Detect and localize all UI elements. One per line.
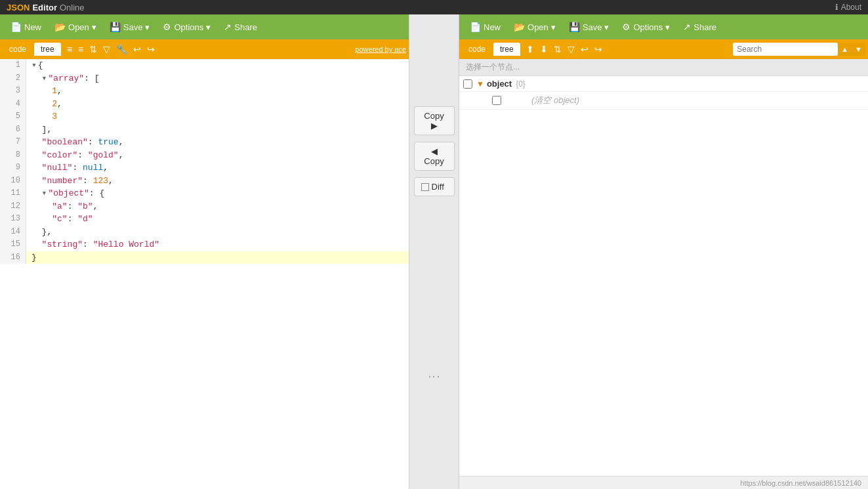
left-tab-code[interactable]: code — [3, 43, 33, 56]
info-icon: ℹ — [835, 3, 838, 12]
left-new-button[interactable]: 📄 New — [5, 19, 47, 35]
left-code-editor[interactable]: 1 ▾{ 2 ▾"array": [ 3 1, 4 2, — [0, 59, 409, 489]
undo-icon[interactable]: ↩ — [131, 43, 143, 56]
left-options-label: Options — [174, 22, 203, 32]
about-label: About — [841, 3, 861, 12]
right-sort-icon[interactable]: ⇅ — [552, 43, 564, 56]
code-line-12: 12 "a": "b", — [0, 200, 409, 213]
right-options-label: Options — [633, 22, 663, 32]
save-icon: 💾 — [110, 22, 121, 32]
right-tab-bar: code tree ⬆ ⬇ ⇅ ▽ ↩ ↪ ▲ ▼ — [459, 39, 868, 59]
redo-icon[interactable]: ↪ — [145, 43, 157, 56]
left-share-button[interactable]: ↗ Share — [218, 19, 262, 35]
left-open-label: Open — [68, 22, 89, 32]
tree-checkbox-root[interactable] — [463, 79, 472, 89]
tree-hint: 选择一个节点... — [459, 59, 868, 76]
search-next-button[interactable]: ▼ — [852, 43, 865, 56]
left-open-button[interactable]: 📂 Open ▾ — [49, 19, 102, 35]
right-tab-icons: ⬆ ⬇ ⇅ ▽ ↩ ↪ — [524, 43, 604, 56]
right-collapse-icon[interactable]: ⬇ — [538, 43, 550, 56]
code-line-4: 4 2, — [0, 98, 409, 111]
right-panel: 📄 New 📂 Open ▾ 💾 Save ▾ ⚙ Options ▾ ↗ Sh… — [459, 14, 868, 489]
save-arrow-icon: ▾ — [145, 22, 150, 32]
tree-expand-arrow[interactable]: ▼ — [476, 79, 484, 89]
folder-icon: 📂 — [54, 22, 66, 32]
right-open-button[interactable]: 📂 Open ▾ — [508, 19, 561, 35]
right-save-label: Save — [583, 22, 602, 32]
right-open-arrow-icon: ▾ — [551, 22, 556, 32]
code-line-13: 13 "c": "d" — [0, 213, 409, 226]
status-bar: https://blog.csdn.net/wsaid861512140 — [459, 476, 868, 489]
copy-left-button[interactable]: ◀ Copy — [414, 142, 455, 171]
right-toolbar: 📄 New 📂 Open ▾ 💾 Save ▾ ⚙ Options ▾ ↗ Sh… — [459, 14, 868, 39]
right-undo-icon[interactable]: ↩ — [579, 43, 590, 56]
tree-row-root[interactable]: ▼ object {0} — [459, 76, 868, 92]
left-save-button[interactable]: 💾 Save ▾ — [104, 19, 155, 35]
filter-icon[interactable]: ▽ — [101, 43, 112, 56]
right-redo-icon[interactable]: ↪ — [592, 43, 604, 56]
right-new-button[interactable]: 📄 New — [465, 19, 506, 35]
status-url: https://blog.csdn.net/wsaid861512140 — [740, 479, 861, 487]
options-arrow-icon: ▾ — [206, 22, 211, 32]
compact-icon[interactable]: ≡ — [76, 43, 85, 56]
code-line-6: 6 ], — [0, 123, 409, 137]
center-controls: Copy ▶ ◀ Copy Diff ⋮ — [409, 14, 459, 489]
right-expand-icon[interactable]: ⬆ — [524, 43, 536, 56]
tree-empty-label: (清空 object) — [505, 95, 579, 106]
transform-icon[interactable]: 🔧 — [114, 43, 129, 56]
left-tab-bar: code tree ≡ ≡ ⇅ ▽ 🔧 ↩ ↪ powered by ace — [0, 39, 409, 59]
right-open-label: Open — [527, 22, 548, 32]
right-options-button[interactable]: ⚙ Options ▾ — [617, 19, 675, 35]
format-icon[interactable]: ≡ — [65, 43, 74, 56]
code-line-11: 11 ▾"object": { — [0, 187, 409, 200]
code-line-10: 10 "number": 123, — [0, 175, 409, 188]
sort-icon[interactable]: ⇅ — [87, 43, 99, 56]
right-file-icon: 📄 — [470, 22, 481, 32]
search-input[interactable] — [733, 43, 838, 56]
fold-2[interactable]: ▾ — [42, 74, 47, 83]
right-share-button[interactable]: ↗ Share — [678, 19, 722, 35]
app-title: JSON Editor Online — [7, 3, 85, 12]
gear-icon: ⚙ — [163, 22, 171, 32]
tree-root-type: {0} — [516, 79, 526, 89]
right-save-arrow-icon: ▾ — [604, 22, 609, 32]
right-new-label: New — [484, 22, 501, 32]
right-share-icon: ↗ — [683, 22, 691, 32]
code-lines: 1 ▾{ 2 ▾"array": [ 3 1, 4 2, — [0, 59, 409, 264]
right-gear-icon: ⚙ — [622, 22, 630, 32]
diff-button[interactable]: Diff — [414, 177, 455, 196]
title-online: Online — [60, 3, 85, 12]
left-save-label: Save — [123, 22, 143, 32]
code-line-7: 7 "boolean": true, — [0, 136, 409, 149]
drag-handle[interactable]: ⋮ — [427, 371, 442, 384]
about-link[interactable]: ℹ About — [835, 3, 861, 12]
code-line-15: 15 "string": "Hello World" — [0, 238, 409, 251]
fold-1[interactable]: ▾ — [31, 60, 37, 70]
code-line-9: 9 "null": null, — [0, 161, 409, 175]
code-line-1: 1 ▾{ — [0, 59, 409, 72]
right-tab-tree[interactable]: tree — [493, 43, 520, 56]
left-tab-tree[interactable]: tree — [34, 43, 61, 56]
diff-checkbox-icon — [421, 183, 429, 191]
file-icon: 📄 — [10, 22, 22, 32]
fold-11[interactable]: ▾ — [42, 188, 47, 198]
left-options-button[interactable]: ⚙ Options ▾ — [157, 19, 216, 35]
left-tab-icons: ≡ ≡ ⇅ ▽ 🔧 ↩ ↪ — [65, 43, 157, 56]
right-share-label: Share — [693, 22, 716, 32]
code-line-16: 16 } — [0, 251, 409, 265]
open-arrow-icon: ▾ — [92, 22, 96, 32]
copy-right-button[interactable]: Copy ▶ — [414, 106, 455, 135]
left-toolbar: 📄 New 📂 Open ▾ 💾 Save ▾ ⚙ Options ▾ ↗ Sh… — [0, 14, 409, 39]
tree-checkbox-empty[interactable] — [492, 96, 501, 105]
right-tab-code[interactable]: code — [462, 43, 492, 56]
tree-row-empty[interactable]: (清空 object) — [459, 92, 868, 110]
right-save-button[interactable]: 💾 Save ▾ — [564, 19, 615, 35]
powered-by-ace[interactable]: powered by ace — [355, 45, 406, 53]
code-line-14: 14 }, — [0, 226, 409, 239]
right-filter-icon[interactable]: ▽ — [566, 43, 577, 56]
search-prev-button[interactable]: ▲ — [838, 43, 852, 56]
code-line-5: 5 3 — [0, 110, 409, 123]
main-layout: 📄 New 📂 Open ▾ 💾 Save ▾ ⚙ Options ▾ ↗ Sh… — [0, 14, 868, 489]
tree-root-key: object — [487, 79, 512, 89]
left-share-label: Share — [234, 22, 257, 32]
